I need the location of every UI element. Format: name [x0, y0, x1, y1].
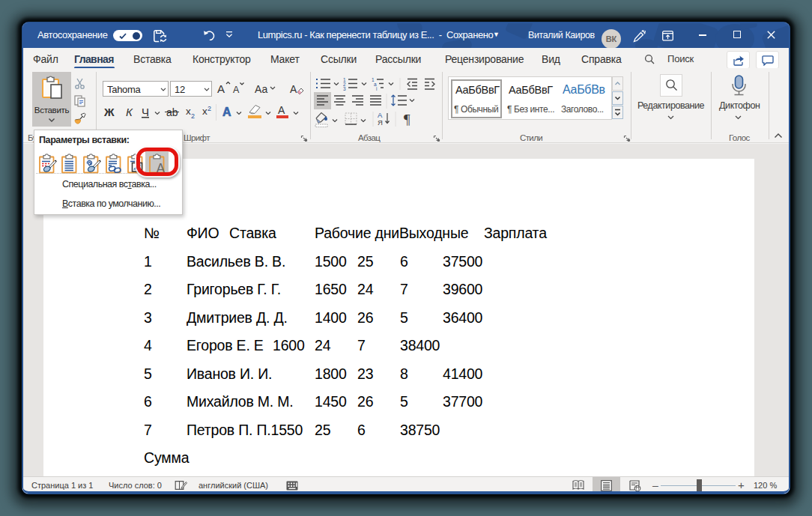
svg-text:Ч: Ч [142, 106, 149, 118]
svg-text:А: А [233, 85, 240, 95]
svg-text:i: i [376, 86, 377, 91]
svg-text:А: А [290, 83, 297, 95]
svg-text:2: 2 [191, 112, 195, 120]
svg-text:Я: Я [378, 118, 383, 127]
svg-text:А: А [222, 106, 231, 118]
svg-text:Аа: Аа [255, 83, 267, 95]
svg-text:2: 2 [207, 105, 211, 112]
svg-text:А: А [217, 82, 225, 95]
svg-text:¶: ¶ [404, 112, 410, 127]
svg-text:x: x [186, 106, 191, 117]
svg-text:К: К [126, 106, 133, 118]
svg-text:3: 3 [343, 86, 346, 91]
svg-text:А: А [278, 104, 285, 116]
svg-text:Ж: Ж [103, 106, 115, 118]
svg-text:x: x [202, 106, 207, 117]
